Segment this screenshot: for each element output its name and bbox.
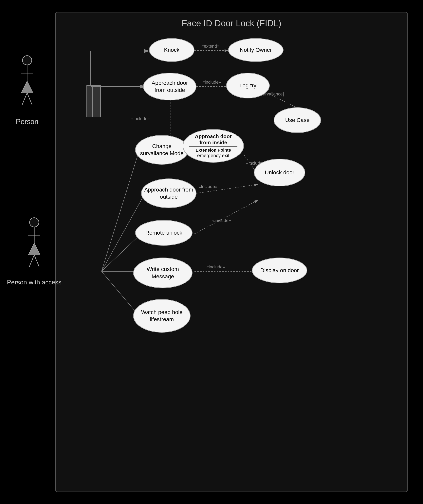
svg-line-11 (102, 271, 139, 316)
actor-access-body (26, 227, 42, 277)
svg-line-7 (102, 151, 139, 271)
change-survailance-label: Change survailance Mode (138, 143, 186, 157)
approach-inside-label: Approach door (195, 133, 232, 139)
log-try-label: Log try (239, 82, 256, 89)
svg-line-33 (27, 93, 32, 105)
approach-outside-top-label: Approach door from outside (146, 79, 194, 94)
usecase-remote-unlock: Remote unlock (135, 220, 192, 246)
svg-line-38 (34, 255, 39, 267)
usecase-approach-outside-top: Approach door from outside (143, 73, 196, 100)
knock-label: Knock (164, 47, 179, 54)
svg-marker-36 (28, 243, 40, 255)
ep-subtitle: emergency exit (197, 153, 229, 158)
use-case-label: Use Case (285, 117, 310, 124)
approach-outside-bottom-label: Approach door from outside (144, 186, 194, 201)
usecase-watch-peephole: Watch peep hole lifestream (133, 299, 190, 333)
usecase-approach-outside-bottom: Approach door from outside (141, 179, 196, 208)
svg-line-37 (29, 255, 34, 267)
svg-text:«include»: «include» (212, 218, 231, 223)
remote-unlock-label: Remote unlock (145, 229, 182, 236)
svg-text:«include»: «include» (202, 80, 221, 84)
usecase-log-try: Log try (226, 73, 270, 98)
unlock-door-label: Unlock door (265, 169, 294, 176)
watch-peephole-label: Watch peep hole lifestream (136, 309, 188, 323)
svg-rect-4 (87, 86, 95, 117)
svg-text:«Include»: «Include» (198, 184, 217, 189)
usecase-knock: Knock (149, 38, 195, 62)
actor-person-head (22, 55, 32, 65)
write-custom-label: Write custom Message (136, 266, 190, 280)
diagram-title: Face ID Door Lock (FIDL) (182, 18, 281, 28)
approach-inside-label2: from inside (199, 139, 227, 146)
actor-access-head (29, 217, 39, 227)
ep-title: Extension Points (196, 148, 231, 153)
svg-rect-5 (92, 86, 100, 117)
svg-line-18 (196, 184, 258, 193)
usecase-use-case: Use Case (274, 107, 321, 133)
usecase-approach-inside: Approach door from inside Extension Poin… (183, 129, 244, 163)
svg-text:«include»: «include» (206, 264, 225, 269)
actor-person: Person (16, 55, 38, 126)
svg-line-9 (102, 234, 141, 271)
actor-person-label: Person (16, 118, 38, 126)
actor-access-label: Person with access (7, 279, 61, 286)
svg-text:«include»: «include» (131, 116, 150, 121)
display-on-door-label: Display on door (260, 267, 299, 274)
actor-person-body (19, 65, 35, 115)
diagram-container: Face ID Door Lock (FIDL) (55, 12, 408, 492)
usecase-unlock-door: Unlock door (254, 159, 305, 186)
usecase-display-on-door: Display on door (252, 258, 307, 283)
usecase-write-custom: Write custom Message (133, 258, 192, 288)
actor-access: Person with access (7, 217, 61, 286)
usecase-notify: Notify Owner (228, 38, 283, 62)
svg-text:«extend»: «extend» (201, 44, 219, 49)
svg-line-32 (22, 93, 27, 105)
svg-marker-31 (21, 81, 33, 93)
svg-line-19 (195, 200, 258, 234)
usecase-change-survailance: Change survailance Mode (135, 135, 189, 165)
notify-label: Notify Owner (240, 47, 272, 54)
